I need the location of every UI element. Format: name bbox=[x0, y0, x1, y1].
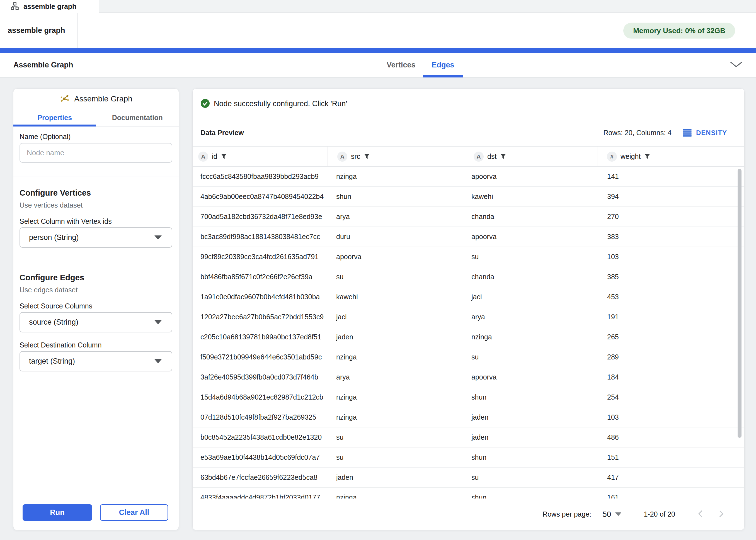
table-row[interactable]: c205c10a68139781b99a0bc137ed8f51jadennzi… bbox=[193, 327, 744, 347]
cell-id: 1a91c0e0dfac9607b0b4efd481b030ba bbox=[193, 287, 328, 307]
browser-tab-title: assemble graph bbox=[23, 3, 76, 11]
browser-tab[interactable]: assemble graph bbox=[0, 0, 99, 13]
table-row[interactable]: 3af26e40595d399fb0a0cd073d7f464baryaapoo… bbox=[193, 367, 744, 387]
cell-dst: nzinga bbox=[464, 327, 597, 347]
destination-column-select[interactable]: target (String) bbox=[20, 351, 172, 371]
configure-vertices-subheading: Use vertices dataset bbox=[20, 201, 83, 209]
cell-dst: apoorva bbox=[464, 367, 597, 387]
chevron-down-icon bbox=[154, 359, 162, 363]
tab-edges[interactable]: Edges bbox=[432, 53, 454, 77]
cell-id: bbf486fba85f671c0f2e66f2e26ef39a bbox=[193, 267, 328, 287]
cell-weight: 191 bbox=[597, 307, 736, 327]
assemble-graph-icon bbox=[60, 93, 70, 104]
cell-id: 99cf89c20389ce3ca4fcd261635ad791 bbox=[193, 247, 328, 267]
density-label: DENSITY bbox=[696, 129, 727, 137]
cell-id: 4833f4aaaaddc4d9872b1bf2033d0177 bbox=[193, 487, 328, 499]
clear-all-button[interactable]: Clear All bbox=[100, 504, 168, 521]
rows-per-page-select[interactable]: 50 bbox=[602, 510, 621, 519]
dataset-tabs: Vertices Edges bbox=[386, 53, 454, 77]
table-row[interactable]: f509e3721b09949e644e6c3501abd59cnzingasu… bbox=[193, 347, 744, 367]
run-button[interactable]: Run bbox=[23, 504, 92, 521]
table-row[interactable]: 700ad5a182cbd36732da48f71e8ed93earyachan… bbox=[193, 207, 744, 227]
cell-src: jaden bbox=[328, 468, 464, 487]
cell-src: nzinga bbox=[328, 347, 464, 367]
cell-src: su bbox=[328, 448, 464, 467]
column-header-weight[interactable]: # weight bbox=[597, 147, 736, 166]
cell-dst: su bbox=[464, 247, 597, 267]
cell-dst: jaden bbox=[464, 427, 597, 447]
table-row[interactable]: bc3ac89df998ac1881438038481ec7ccduruapoo… bbox=[193, 227, 744, 247]
cell-dst: shun bbox=[464, 487, 597, 499]
table-row[interactable]: 99cf89c20389ce3ca4fcd261635ad791apoorvas… bbox=[193, 247, 744, 267]
cell-id: b0c85452a2235f438a61cdb0e82e1320 bbox=[193, 427, 328, 447]
cell-dst: shun bbox=[464, 448, 597, 467]
cell-id: 700ad5a182cbd36732da48f71e8ed93e bbox=[193, 207, 328, 226]
column-header-src[interactable]: A src bbox=[328, 147, 464, 166]
cell-weight: 151 bbox=[597, 448, 736, 467]
cell-src: nzinga bbox=[328, 167, 464, 187]
table-row[interactable]: e53a69ae1b0f4438b14d05c69fdc07a7sushun15… bbox=[193, 448, 744, 468]
table-row[interactable]: bbf486fba85f671c0f2e66f2e26ef39asuchanda… bbox=[193, 267, 744, 287]
panel-title-row: Assemble Graph bbox=[13, 88, 179, 109]
string-type-icon: A bbox=[474, 152, 484, 162]
column-header-id[interactable]: A id bbox=[193, 147, 328, 166]
vertical-scrollbar[interactable] bbox=[738, 169, 741, 438]
previous-page-button[interactable] bbox=[697, 510, 704, 519]
tab-properties[interactable]: Properties bbox=[13, 109, 96, 126]
tab-vertices[interactable]: Vertices bbox=[386, 53, 416, 77]
node-name-input[interactable] bbox=[20, 143, 172, 163]
collapse-chevron-down-icon[interactable] bbox=[730, 61, 743, 69]
page-range-label: 1-20 of 20 bbox=[644, 510, 675, 518]
table-row[interactable]: 4833f4aaaaddc4d9872b1bf2033d0177nzingash… bbox=[193, 487, 744, 499]
source-column-select[interactable]: source (String) bbox=[20, 312, 172, 333]
cell-src: jaci bbox=[328, 307, 464, 327]
vertex-id-select[interactable]: person (String) bbox=[20, 227, 172, 248]
cell-dst: su bbox=[464, 468, 597, 487]
cell-weight: 394 bbox=[597, 187, 736, 206]
table-body: fccc6a5c843580fbaa9839bbd293acb9nzingaap… bbox=[193, 167, 744, 499]
table-row[interactable]: 4ab6c9ab00eec0a8747b4089454022b4shunkawe… bbox=[193, 187, 744, 207]
table-row[interactable]: 1202a27bee6a27b0b65ac72bdd1553c9jaciarya… bbox=[193, 307, 744, 327]
name-label: Name (Optional) bbox=[20, 133, 71, 141]
node-title: Assemble Graph bbox=[13, 61, 73, 69]
table-row[interactable]: b0c85452a2235f438a61cdb0e82e1320sujaden4… bbox=[193, 427, 744, 448]
table-row[interactable]: 07d128d510fc49f8fba2f927ba269325nzingaja… bbox=[193, 407, 744, 427]
cell-src: nzinga bbox=[328, 387, 464, 407]
density-toggle[interactable]: DENSITY bbox=[683, 129, 727, 137]
cell-id: 07d128d510fc49f8fba2f927ba269325 bbox=[193, 407, 328, 427]
cell-src: su bbox=[328, 427, 464, 447]
table-row[interactable]: 15d4a6d94b68a9021ec82987d1c212cbnzingash… bbox=[193, 387, 744, 407]
rows-per-page-label: Rows per page: bbox=[542, 510, 591, 518]
panel-tabs: Properties Documentation bbox=[13, 109, 179, 126]
column-header-dst[interactable]: A dst bbox=[464, 147, 597, 166]
table-row[interactable]: 1a91c0e0dfac9607b0b4efd481b030bakawehija… bbox=[193, 287, 744, 307]
data-preview-panel: Node succesfully configured. Click 'Run'… bbox=[192, 88, 745, 530]
table-row[interactable]: 63bd4b67e7fccfae26659f6223ed5ca8jadensu4… bbox=[193, 468, 744, 487]
configure-edges-heading: Configure Edges bbox=[20, 273, 84, 282]
cell-dst: chanda bbox=[464, 267, 597, 287]
filter-icon[interactable] bbox=[500, 154, 506, 159]
memory-usage-badge: Memory Used: 0% of 32GB bbox=[623, 23, 735, 39]
source-column-selected-value: source (String) bbox=[29, 318, 78, 327]
filter-icon[interactable] bbox=[221, 154, 227, 159]
cell-dst: apoorva bbox=[464, 167, 597, 187]
destination-column-select-label: Select Destination Column bbox=[20, 341, 102, 349]
cell-weight: 417 bbox=[597, 468, 736, 487]
app-title: assemble graph bbox=[8, 26, 65, 35]
filter-icon[interactable] bbox=[644, 154, 650, 159]
source-column-select-label: Select Source Columns bbox=[20, 302, 92, 310]
preview-title: Data Preview bbox=[201, 129, 244, 137]
filter-icon[interactable] bbox=[364, 154, 370, 159]
rows-columns-count: Rows: 20, Columns: 4 bbox=[603, 129, 672, 137]
cell-id: 3af26e40595d399fb0a0cd073d7f464b bbox=[193, 367, 328, 387]
vertex-id-selected-value: person (String) bbox=[29, 233, 79, 242]
table-row[interactable]: fccc6a5c843580fbaa9839bbd293acb9nzingaap… bbox=[193, 167, 744, 187]
tab-documentation[interactable]: Documentation bbox=[96, 109, 179, 126]
cell-src: duru bbox=[328, 227, 464, 247]
cell-src: su bbox=[328, 267, 464, 287]
cell-weight: 289 bbox=[597, 347, 736, 367]
cell-weight: 486 bbox=[597, 427, 736, 447]
cell-weight: 141 bbox=[597, 167, 736, 187]
table-header: A id A src A dst # bbox=[193, 146, 744, 167]
next-page-button[interactable] bbox=[717, 510, 725, 519]
